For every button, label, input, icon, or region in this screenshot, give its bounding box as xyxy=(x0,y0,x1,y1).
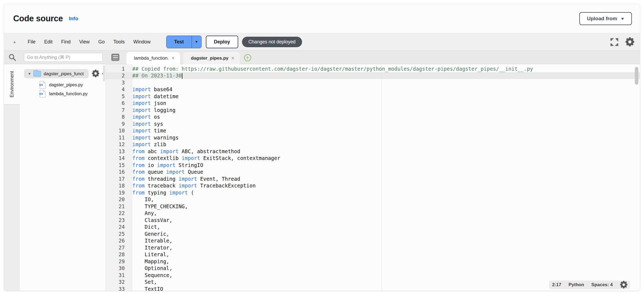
goto-anything-input[interactable] xyxy=(24,53,103,62)
code-line-21[interactable]: 21 TYPE_CHECKING, xyxy=(106,203,640,210)
line-number[interactable]: 31 xyxy=(106,272,132,278)
line-number[interactable]: 17 xyxy=(106,176,132,182)
line-number[interactable]: 30 xyxy=(106,265,132,271)
line-number[interactable]: 11 xyxy=(106,135,132,141)
code-line-18[interactable]: 18from traceback import TracebackExcepti… xyxy=(106,182,640,189)
line-number[interactable]: 5 xyxy=(106,93,132,99)
line-number[interactable]: 23 xyxy=(106,217,132,223)
line-number[interactable]: 7 xyxy=(106,107,132,113)
code-line-23[interactable]: 23 ClassVar, xyxy=(106,217,640,224)
code-line-15[interactable]: 15from io import StringIO xyxy=(106,162,640,169)
code-line-2[interactable]: 2## On 2023-11-30 xyxy=(106,72,640,79)
code-line-10[interactable]: 10import time xyxy=(106,127,640,134)
code-line-14[interactable]: 14from contextlib import ExitStack, cont… xyxy=(106,155,640,162)
code-line-22[interactable]: 22 Any, xyxy=(106,210,640,217)
disclosure-triangle-icon[interactable]: ▼ xyxy=(28,72,31,76)
code-line-17[interactable]: 17from threading import Event, Thread xyxy=(106,175,640,182)
environment-panel-tab[interactable]: Environment xyxy=(4,64,20,105)
line-number[interactable]: 28 xyxy=(106,251,132,257)
fullscreen-icon[interactable] xyxy=(610,38,618,46)
editor-settings-gear-icon[interactable] xyxy=(620,281,628,289)
code-line-26[interactable]: 26 Iterable, xyxy=(106,237,640,244)
menu-window[interactable]: Window xyxy=(129,37,155,47)
line-number[interactable]: 1 xyxy=(106,66,132,72)
line-number[interactable]: 18 xyxy=(106,183,132,189)
editor-scrollbar[interactable] xyxy=(635,67,638,85)
code-line-9[interactable]: 9import sys xyxy=(106,120,640,127)
line-number[interactable]: 2 xyxy=(106,73,132,78)
tab-lambda-function[interactable]: lambda_function.× xyxy=(126,52,180,64)
line-number[interactable]: 33 xyxy=(106,286,132,291)
tree-scrollbar[interactable] xyxy=(103,65,105,81)
new-tab-button[interactable]: + xyxy=(244,54,251,61)
line-number[interactable]: 32 xyxy=(106,279,132,285)
line-number[interactable]: 12 xyxy=(106,141,132,147)
line-number[interactable]: 21 xyxy=(106,203,132,209)
test-button[interactable]: Test xyxy=(167,36,192,48)
menu-tools[interactable]: Tools xyxy=(109,37,129,47)
language-mode[interactable]: Python xyxy=(569,282,584,288)
menu-file[interactable]: File xyxy=(23,37,40,47)
indentation-setting[interactable]: Spaces: 4 xyxy=(591,282,613,288)
tab-dagster-pipes-py[interactable]: dagster_pipes.py× xyxy=(183,52,240,64)
menu-go[interactable]: Go xyxy=(94,37,109,47)
tree-file-dagster_pipes.py[interactable]: dagster_pipes.py xyxy=(20,80,106,89)
code-line-24[interactable]: 24 Dict, xyxy=(106,224,640,231)
close-tab-icon[interactable]: × xyxy=(171,55,175,61)
upload-from-button[interactable]: Upload from ▼ xyxy=(579,12,632,25)
code-line-5[interactable]: 5import datetime xyxy=(106,93,640,100)
line-number[interactable]: 22 xyxy=(106,210,132,216)
code-line-20[interactable]: 20 IO, xyxy=(106,196,640,203)
code-line-28[interactable]: 28 Literal, xyxy=(106,251,640,258)
line-number[interactable]: 14 xyxy=(106,155,132,161)
code-line-12[interactable]: 12import zlib xyxy=(106,141,640,148)
code-line-25[interactable]: 25 Generic, xyxy=(106,230,640,237)
line-number[interactable]: 10 xyxy=(106,128,132,134)
line-number[interactable]: 20 xyxy=(106,196,132,202)
menu-find[interactable]: Find xyxy=(57,37,75,47)
code-line-3[interactable]: 3 xyxy=(106,79,640,86)
tree-folder-row[interactable]: ▼ dagster_pipes_funct xyxy=(24,69,89,78)
code-line-6[interactable]: 6import json xyxy=(106,100,640,107)
line-number[interactable]: 24 xyxy=(106,224,132,230)
tab-list-icon[interactable] xyxy=(111,54,119,61)
code-line-1[interactable]: 1## Copied from: https://raw.githubuserc… xyxy=(106,65,640,72)
code-editor[interactable]: 1## Copied from: https://raw.githubuserc… xyxy=(106,64,640,291)
line-number[interactable]: 27 xyxy=(106,245,132,251)
line-number[interactable]: 13 xyxy=(106,148,132,154)
collapse-panel-icon[interactable]: ▲ xyxy=(13,40,16,44)
code-line-19[interactable]: 19from typing import ( xyxy=(106,189,640,196)
cursor-position[interactable]: 2:17 xyxy=(552,282,561,288)
code-line-8[interactable]: 8import os xyxy=(106,114,640,121)
menu-view[interactable]: View xyxy=(75,37,94,47)
code-line-4[interactable]: 4import base64 xyxy=(106,86,640,93)
line-number[interactable]: 4 xyxy=(106,86,132,92)
line-number[interactable]: 3 xyxy=(106,80,132,86)
code-line-27[interactable]: 27 Iterator, xyxy=(106,244,640,251)
info-link[interactable]: Info xyxy=(69,16,78,22)
close-tab-icon[interactable]: × xyxy=(231,55,234,61)
code-line-13[interactable]: 13from abc import ABC, abstractmethod xyxy=(106,148,640,155)
line-number[interactable]: 26 xyxy=(106,238,132,244)
test-dropdown-button[interactable]: ▼ xyxy=(192,36,201,48)
code-line-7[interactable]: 7import logging xyxy=(106,107,640,114)
code-line-29[interactable]: 29 Mapping, xyxy=(106,258,640,265)
tree-settings-button[interactable]: ▼ xyxy=(92,70,104,78)
line-text: from typing import ( xyxy=(132,190,194,196)
tree-file-lambda_function.py[interactable]: lambda_function.py xyxy=(20,89,106,98)
line-number[interactable]: 25 xyxy=(106,231,132,237)
code-line-16[interactable]: 16from queue import Queue xyxy=(106,169,640,176)
line-number[interactable]: 16 xyxy=(106,169,132,175)
line-number[interactable]: 8 xyxy=(106,114,132,120)
settings-gear-icon[interactable] xyxy=(625,37,635,47)
line-number[interactable]: 9 xyxy=(106,121,132,127)
deploy-button[interactable]: Deploy xyxy=(206,36,238,48)
menu-edit[interactable]: Edit xyxy=(40,37,57,47)
line-number[interactable]: 19 xyxy=(106,190,132,196)
code-line-30[interactable]: 30 Optional, xyxy=(106,265,640,272)
code-line-31[interactable]: 31 Sequence, xyxy=(106,272,640,279)
line-number[interactable]: 15 xyxy=(106,162,132,168)
line-number[interactable]: 6 xyxy=(106,100,132,106)
code-line-11[interactable]: 11import warnings xyxy=(106,134,640,141)
line-number[interactable]: 29 xyxy=(106,258,132,264)
